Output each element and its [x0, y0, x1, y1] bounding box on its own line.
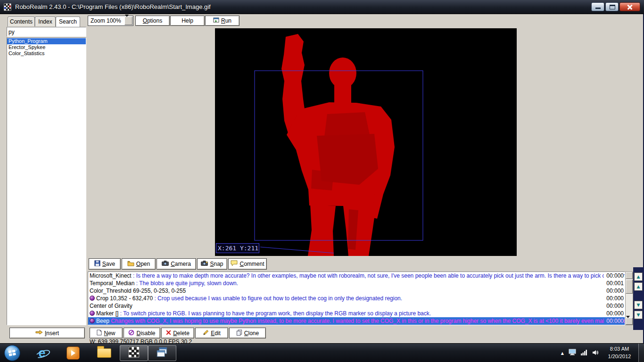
system-tray: ▲ — [561, 344, 599, 362]
comment-bubble-icon — [231, 260, 238, 268]
move-module-down-button[interactable]: ▼ — [634, 301, 643, 309]
list-item-python-program[interactable]: Python_Program — [7, 38, 86, 44]
open-folder-icon — [127, 260, 134, 268]
open-label: Open — [136, 261, 150, 267]
disable-label: Disable — [136, 330, 155, 337]
roborealm-checker-icon — [128, 346, 140, 360]
run-label: Run — [221, 17, 231, 24]
run-button[interactable]: Run — [205, 16, 239, 26]
window-title: RoboRealm 2.43.0 - C:\Program Files (x86… — [15, 0, 211, 14]
delete-label: Delete — [173, 330, 190, 337]
pipeline-row-center-of-gravity[interactable]: Center of Gravity 00:000 — [88, 302, 625, 310]
module-search-results: Python_Program Erector_Spykee Color_Stat… — [7, 37, 86, 325]
module-reorder-rail: ▲ ▲ ▼ ▼ — [633, 267, 644, 330]
comment-label: Comment — [239, 261, 264, 267]
list-item-erector-spykee[interactable]: Erector_Spykee — [7, 44, 86, 50]
module-search-input[interactable] — [7, 27, 86, 37]
new-button[interactable]: New — [90, 328, 123, 338]
tab-contents[interactable]: Contents — [8, 16, 35, 26]
pipeline-row-marker[interactable]: Marker [] : To switch picture to RGB. I … — [88, 310, 625, 317]
show-hidden-icons-button[interactable]: ▲ — [561, 351, 564, 355]
save-icon — [94, 260, 100, 268]
module-comment: : The blobs are quite jumpy, slown down. — [134, 280, 238, 287]
save-button[interactable]: Save — [89, 258, 121, 270]
new-page-icon — [97, 329, 102, 337]
pipeline-row-microsoft-kinect[interactable]: Microsoft_Kinect : Is there a way to mak… — [88, 272, 625, 280]
taskbar-clock[interactable]: 8:03 AM 1/20/2012 — [602, 345, 637, 360]
insert-button[interactable]: Insert — [9, 328, 85, 338]
network-tray-icon[interactable] — [581, 349, 587, 357]
list-item-color-statistics[interactable]: Color_Statistics — [7, 50, 86, 57]
clone-pages-icon — [236, 329, 242, 337]
clock-date: 1/20/2012 — [602, 353, 637, 360]
tab-search[interactable]: Search — [56, 16, 80, 27]
media-player-button[interactable] — [58, 344, 89, 362]
secondary-app-button[interactable] — [148, 345, 176, 361]
module-time: 00:000 — [604, 302, 624, 310]
zoom-value: Zoom 100% — [91, 16, 121, 25]
pipeline-row-temporal-median[interactable]: Temporal_Median : The blobs are quite ju… — [88, 280, 625, 287]
comment-button[interactable]: Comment — [228, 258, 267, 270]
module-comment: Changes with COG_X, I was hoping to use … — [109, 318, 625, 324]
image-display[interactable]: X:261 Y:211 — [215, 28, 517, 256]
edit-pencil-icon — [203, 329, 209, 337]
module-time: 00:000 — [604, 295, 624, 302]
tab-index[interactable]: Index — [35, 16, 56, 26]
snap-camera-icon — [201, 261, 208, 267]
module-name: Color_Threshold 69-255, 0-253, 0-255 — [90, 288, 186, 294]
minimize-icon — [595, 8, 601, 9]
options-button[interactable]: Options — [135, 16, 170, 26]
module-time: 00:001 — [604, 280, 624, 287]
titlebar: RoboRealm 2.43.0 - C:\Program Files (x86… — [0, 0, 644, 14]
options-label: Options — [143, 17, 162, 24]
internet-explorer-button[interactable]: e — [26, 344, 58, 362]
maximize-button[interactable] — [605, 2, 619, 11]
pipeline-scrollbar[interactable] — [625, 272, 633, 325]
pipeline-list: Microsoft_Kinect : Is there a way to mak… — [88, 272, 625, 325]
taskbar: e ▲ 8:03 AM 1/20/2012 — [0, 343, 644, 362]
display-tray-icon[interactable] — [569, 349, 576, 357]
camera-button[interactable]: Camera — [157, 258, 196, 270]
roborealm-taskbar-button[interactable] — [120, 345, 148, 361]
move-module-up-button[interactable]: ▲ — [634, 282, 643, 291]
screen: RoboRealm 2.43.0 - C:\Program Files (x86… — [0, 0, 644, 362]
start-button[interactable] — [4, 345, 21, 362]
marker-module-icon — [90, 311, 95, 316]
window-controls — [591, 2, 640, 11]
scrollbar-thumb[interactable] — [626, 280, 633, 294]
edit-label: Edit — [211, 330, 221, 337]
internet-explorer-icon: e — [38, 346, 45, 360]
scrollbar-up-button[interactable] — [626, 272, 633, 279]
explorer-folder-button[interactable] — [89, 344, 120, 362]
zoom-combobox[interactable]: Zoom 100% — [88, 16, 133, 26]
help-button[interactable]: Help — [170, 16, 205, 26]
volume-tray-icon[interactable] — [592, 349, 599, 357]
close-button[interactable] — [619, 2, 640, 11]
chevron-down-icon — [125, 15, 129, 25]
move-module-top-button[interactable]: ▲ — [634, 272, 643, 281]
kinect-depth-image — [215, 28, 517, 256]
folder-icon — [97, 348, 111, 358]
disable-button[interactable]: Disable — [124, 328, 160, 338]
module-time: 00:000 — [604, 317, 624, 325]
edit-button[interactable]: Edit — [195, 328, 228, 338]
app-window: Contents Index Search Python_Program Ere… — [0, 14, 644, 343]
clone-button[interactable]: Clone — [229, 328, 266, 338]
pipeline-row-color-threshold[interactable]: Color_Threshold 69-255, 0-253, 0-255 00:… — [88, 287, 625, 295]
maximize-icon — [610, 5, 615, 9]
pipeline-row-beep[interactable]: Beep Changes with COG_X, I was hoping to… — [88, 317, 625, 325]
clone-label: Clone — [244, 330, 259, 337]
minimize-button[interactable] — [591, 2, 604, 11]
module-time: 00:000 — [604, 272, 624, 280]
snap-button[interactable]: Snap — [197, 258, 227, 270]
delete-button[interactable]: Delete — [161, 328, 194, 338]
scrollbar-down-button[interactable] — [626, 318, 633, 325]
zoom-dropdown-button[interactable] — [124, 16, 132, 25]
module-time: 00:000 — [604, 287, 624, 295]
insert-label: Insert — [45, 330, 59, 337]
move-module-bottom-button[interactable]: ▼ — [634, 311, 643, 319]
show-desktop-button[interactable] — [638, 344, 644, 362]
open-button[interactable]: Open — [122, 258, 156, 270]
pipeline-row-crop[interactable]: Crop 10,352 - 632,470 : Crop used becaus… — [88, 295, 625, 302]
delete-x-icon — [166, 330, 171, 337]
